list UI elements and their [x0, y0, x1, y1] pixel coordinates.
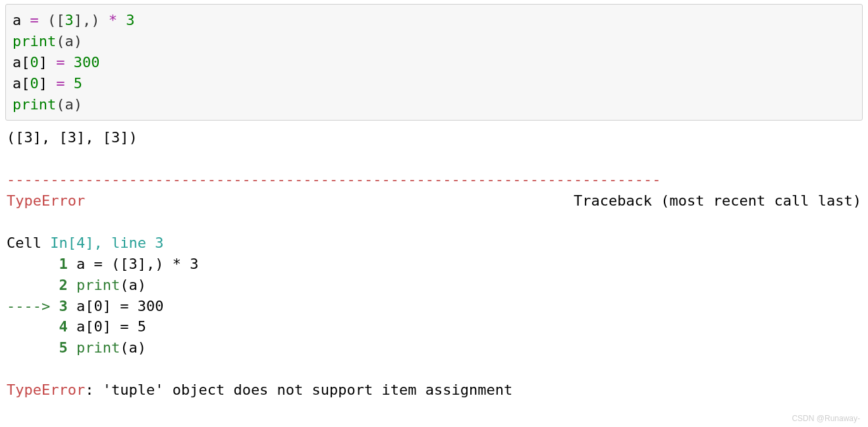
traceback-line-3-arrow: ----> 3 a[0] = 300	[7, 298, 163, 314]
code-line-3: a[0] = 300	[13, 54, 100, 71]
traceback-line-1: 1 a = ([3],) * 3	[7, 256, 198, 272]
code-input-cell: a = ([3],) * 3 print(a) a[0] = 300 a[0] …	[5, 4, 863, 121]
traceback-cell-line: Cell In[4], line 3	[7, 235, 163, 251]
traceback-label: Traceback (most recent call last)	[574, 190, 861, 212]
traceback-final-error: TypeError: 'tuple' object does not suppo…	[7, 382, 512, 398]
traceback-line-4: 4 a[0] = 5	[7, 318, 146, 335]
error-type-name: TypeError	[7, 190, 85, 212]
traceback-line-5: 5 print(a)	[7, 339, 146, 356]
output-area: ([3], [3], [3]) ------------------------…	[5, 121, 863, 405]
stdout-line: ([3], [3], [3])	[7, 129, 138, 146]
traceback-separator: ----------------------------------------…	[7, 171, 661, 188]
code-line-5: print(a)	[13, 96, 82, 113]
traceback-header-row: TypeErrorTraceback (most recent call las…	[7, 190, 861, 212]
code-line-1: a = ([3],) * 3	[13, 12, 135, 28]
traceback-line-2: 2 print(a)	[7, 277, 146, 293]
code-line-4: a[0] = 5	[13, 75, 82, 92]
code-line-2: print(a)	[13, 33, 82, 49]
